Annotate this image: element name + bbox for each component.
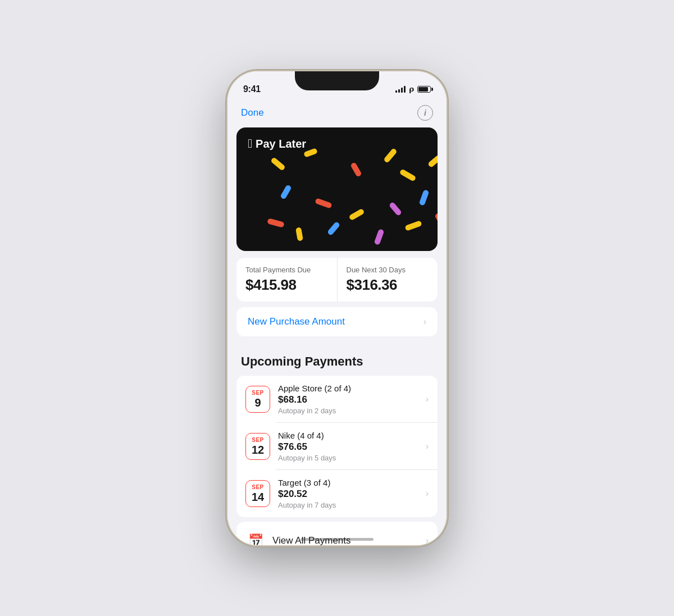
payment-chevron-icon: ›	[426, 489, 429, 499]
sprinkle-decoration	[327, 221, 340, 235]
date-day: 9	[254, 396, 261, 409]
new-purchase-label: New Purchase Amount	[248, 316, 423, 327]
payment-merchant: Target (3 of 4)	[278, 478, 426, 487]
wifi-icon: 𝞀	[409, 85, 414, 93]
notch	[295, 71, 379, 90]
payment-info: Nike (4 of 4) $76.65 Autopay in 5 days	[278, 431, 426, 462]
payment-merchant: Nike (4 of 4)	[278, 431, 426, 440]
sprinkle-decoration	[270, 157, 286, 171]
phone-screen: 9:41 𝞀 Done i 	[227, 71, 447, 545]
apple-logo-icon: 	[248, 138, 252, 150]
date-month: SEP	[252, 437, 264, 444]
due30-label: Due Next 30 Days	[347, 266, 429, 274]
phone-frame: 9:41 𝞀 Done i 	[227, 71, 447, 545]
view-all-button[interactable]: 📅 View All Payments ›	[236, 522, 438, 545]
done-button[interactable]: Done	[241, 107, 264, 118]
payment-amount: $68.16	[278, 394, 426, 405]
date-day: 12	[252, 444, 264, 456]
payment-amount: $20.52	[278, 489, 426, 500]
due-30-stat: Due Next 30 Days $316.36	[338, 258, 438, 302]
pay-later-card:  Pay Later	[236, 127, 438, 251]
battery-icon	[417, 86, 431, 93]
payment-chevron-icon: ›	[426, 394, 429, 404]
payment-autopay: Autopay in 5 days	[278, 454, 426, 462]
calendar-icon: 📅	[245, 531, 266, 545]
card-title: Pay Later	[256, 138, 306, 150]
new-purchase-button[interactable]: New Purchase Amount ›	[236, 307, 438, 336]
payment-autopay: Autopay in 7 days	[278, 501, 426, 509]
info-button[interactable]: i	[417, 105, 433, 121]
total-label: Total Payments Due	[245, 266, 328, 274]
sprinkle-decoration	[419, 189, 430, 206]
battery-fill	[418, 87, 428, 92]
date-badge: SEP 12	[245, 433, 270, 460]
status-time: 9:41	[243, 84, 261, 94]
sprinkle-decoration	[399, 168, 417, 182]
main-content: Done i  Pay Later Total Payments Due $4…	[227, 99, 447, 545]
payment-info: Target (3 of 4) $20.52 Autopay in 7 days	[278, 478, 426, 509]
upcoming-section: Upcoming Payments SEP 9 Apple Store (2 o…	[227, 345, 447, 545]
sprinkle-decoration	[267, 218, 285, 227]
upcoming-title: Upcoming Payments	[227, 350, 447, 376]
view-all-chevron-icon: ›	[426, 536, 429, 545]
sprinkle-decoration	[350, 162, 362, 177]
payment-merchant: Apple Store (2 of 4)	[278, 384, 426, 393]
payment-item[interactable]: SEP 12 Nike (4 of 4) $76.65 Autopay in 5…	[236, 423, 438, 470]
date-day: 14	[252, 491, 264, 503]
payment-item[interactable]: SEP 9 Apple Store (2 of 4) $68.16 Autopa…	[236, 376, 438, 423]
payments-summary: Total Payments Due $415.98 Due Next 30 D…	[236, 258, 438, 302]
total-payments-stat: Total Payments Due $415.98	[236, 258, 338, 302]
chevron-right-icon: ›	[423, 317, 426, 327]
date-month: SEP	[252, 484, 264, 491]
payment-info: Apple Store (2 of 4) $68.16 Autopay in 2…	[278, 384, 426, 415]
payment-amount: $76.65	[278, 441, 426, 453]
card-logo:  Pay Later	[248, 138, 426, 150]
status-icons: 𝞀	[395, 85, 431, 93]
signal-icon	[395, 86, 406, 93]
payments-list: SEP 9 Apple Store (2 of 4) $68.16 Autopa…	[236, 376, 438, 517]
total-value: $415.98	[245, 276, 328, 294]
sprinkle-decoration	[315, 198, 333, 209]
sprinkle-decoration	[295, 227, 303, 241]
sprinkle-decoration	[427, 154, 438, 167]
sprinkle-decoration	[348, 208, 365, 221]
sprinkle-decoration	[374, 229, 385, 245]
payment-item[interactable]: SEP 14 Target (3 of 4) $20.52 Autopay in…	[236, 470, 438, 517]
sprinkle-decoration	[434, 212, 438, 228]
payment-chevron-icon: ›	[426, 441, 429, 451]
date-badge: SEP 14	[245, 480, 270, 507]
payment-autopay: Autopay in 2 days	[278, 407, 426, 415]
date-badge: SEP 9	[245, 386, 270, 413]
sprinkle-decoration	[280, 184, 292, 200]
date-month: SEP	[252, 390, 264, 396]
sprinkle-decoration	[389, 201, 402, 216]
sprinkle-decoration	[404, 220, 422, 231]
top-nav: Done i	[227, 99, 447, 125]
due30-value: $316.36	[347, 276, 429, 294]
card-container:  Pay Later	[236, 127, 438, 251]
home-indicator	[300, 538, 374, 541]
